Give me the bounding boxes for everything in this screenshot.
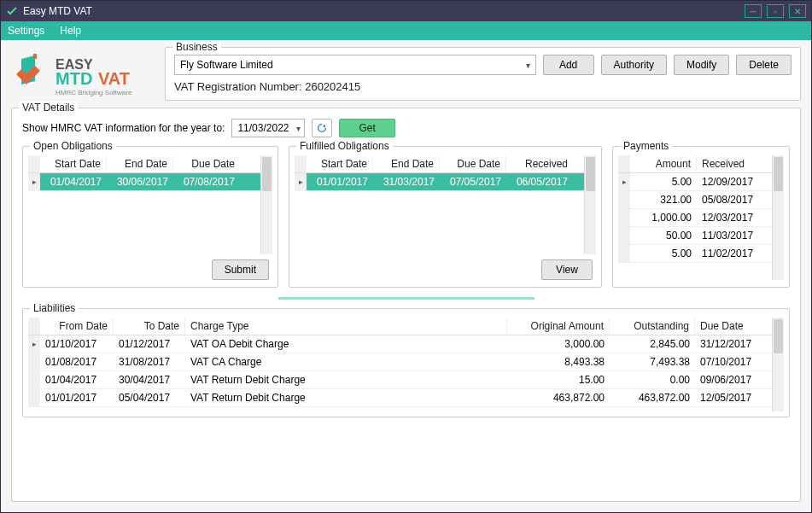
logo-mtd: MTD: [55, 69, 92, 88]
business-group: Business Fly Software Limited ▾ Add Auth…: [165, 47, 801, 101]
add-button[interactable]: Add: [543, 55, 594, 75]
table-row[interactable]: 01/08/201731/08/2017VAT CA Charge8,493.3…: [28, 353, 772, 371]
refresh-button[interactable]: [312, 119, 332, 137]
logo-vat: VAT: [98, 69, 130, 88]
get-button[interactable]: Get: [339, 119, 394, 137]
vat-details-label: VAT Details: [19, 102, 78, 114]
fulfilled-label: Fulfilled Obligations: [296, 140, 393, 152]
cell-recv: 06/05/2017: [506, 173, 573, 190]
cell-due: 09/06/2017: [695, 371, 772, 388]
cell-start: 01/01/2017: [307, 173, 373, 190]
scrollbar[interactable]: [772, 318, 784, 411]
liab-h-charge: Charge Type: [185, 318, 507, 335]
open-obligations-panel: Open Obligations Start Date End Date Due…: [22, 146, 278, 288]
cell-recv: 11/03/2017: [697, 227, 772, 244]
menubar: Settings Help: [1, 21, 811, 40]
payments-h-recv: Received: [697, 155, 772, 172]
cell-amount: 50.00: [630, 227, 697, 244]
cell-amount: 1,000.00: [630, 209, 697, 226]
table-row[interactable]: 1,000.0012/03/2017: [618, 209, 772, 227]
menu-help[interactable]: Help: [60, 25, 81, 37]
cell-to: 01/12/2017: [114, 335, 185, 353]
menu-settings[interactable]: Settings: [8, 25, 44, 37]
payments-grid: Amount Received ▸5.0012/09/2017321.0005/…: [618, 155, 772, 280]
cell-orig: 3,000.00: [507, 335, 610, 353]
cell-from: 01/08/2017: [40, 353, 114, 370]
table-row[interactable]: ▸01/10/201701/12/2017VAT OA Debit Charge…: [28, 335, 772, 353]
liab-h-from: From Date: [40, 318, 114, 335]
payments-h-amount: Amount: [630, 155, 697, 172]
cell-due: 07/08/2017: [173, 173, 240, 190]
cell-to: 30/04/2017: [114, 371, 185, 388]
payments-panel: Payments Amount Received ▸5.0012/09/2017…: [612, 146, 790, 288]
modify-button[interactable]: Modify: [674, 55, 729, 75]
authority-button[interactable]: Authority: [601, 55, 667, 75]
table-row[interactable]: ▸5.0012/09/2017: [618, 173, 772, 191]
cell-out: 7,493.38: [610, 353, 695, 370]
cell-out: 463,872.00: [610, 389, 695, 406]
business-label: Business: [172, 41, 221, 53]
cell-recv: 05/08/2017: [697, 191, 772, 208]
table-row[interactable]: 50.0011/03/2017: [618, 227, 772, 245]
chevron-down-icon: ▾: [526, 61, 530, 70]
refresh-icon: [316, 122, 328, 134]
table-row[interactable]: 321.0005/08/2017: [618, 191, 772, 209]
cell-due: 12/05/2017: [695, 389, 772, 406]
top-row: EASY MTD VAT HMRC Bridging Software Busi…: [11, 47, 801, 101]
table-row[interactable]: 01/01/201705/04/2017VAT Return Debit Cha…: [28, 389, 772, 407]
cell-amount: 5.00: [630, 173, 697, 190]
show-info-text: Show HMRC VAT information for the year t…: [22, 122, 225, 134]
cell-from: 01/04/2017: [40, 371, 114, 388]
cell-recv: 11/02/2017: [697, 245, 772, 262]
business-selected: Fly Software Limited: [180, 59, 273, 71]
fulfilled-h-due: Due Date: [440, 155, 506, 172]
fulfilled-grid: Start Date End Date Due Date Received ▸0…: [295, 155, 584, 254]
scrollbar[interactable]: [260, 155, 272, 254]
svg-rect-0: [33, 54, 37, 59]
submit-button[interactable]: Submit: [212, 259, 269, 280]
cell-recv: 12/09/2017: [697, 173, 772, 190]
scrollbar[interactable]: [772, 155, 784, 280]
open-h-end: End Date: [107, 155, 173, 172]
cell-recv: 12/03/2017: [697, 209, 772, 226]
table-row[interactable]: ▸01/01/201731/03/201707/05/201706/05/201…: [295, 173, 584, 191]
cell-amount: 321.00: [630, 191, 697, 208]
cell-start: 01/04/2017: [40, 173, 107, 190]
fulfilled-h-recv: Received: [506, 155, 573, 172]
cell-orig: 463,872.00: [507, 389, 610, 406]
year-date-select[interactable]: 11/03/2022 ▾: [231, 119, 305, 137]
cell-charge: VAT CA Charge: [185, 353, 507, 370]
table-row[interactable]: 01/04/201730/04/2017VAT Return Debit Cha…: [28, 371, 772, 389]
fulfilled-obligations-panel: Fulfilled Obligations Start Date End Dat…: [289, 146, 602, 288]
business-select[interactable]: Fly Software Limited ▾: [174, 55, 536, 75]
liabilities-grid: From Date To Date Charge Type Original A…: [28, 318, 772, 411]
window-controls: ─ ▫ ✕: [745, 4, 806, 18]
scrollbar[interactable]: [584, 155, 596, 254]
view-button[interactable]: View: [541, 259, 593, 280]
cell-due: 07/10/2017: [695, 353, 772, 370]
cell-charge: VAT Return Debit Charge: [185, 389, 507, 406]
minimize-button[interactable]: ─: [745, 4, 762, 18]
liab-h-due: Due Date: [695, 318, 772, 335]
cell-due: 07/05/2017: [440, 173, 506, 190]
liab-h-out: Outstanding: [610, 318, 695, 335]
cell-end: 31/03/2017: [373, 173, 440, 190]
splitter[interactable]: [22, 296, 790, 300]
liabilities-label: Liabilities: [30, 302, 79, 314]
table-row[interactable]: 5.0011/02/2017: [618, 245, 772, 263]
cell-from: 01/01/2017: [40, 389, 114, 406]
cell-charge: VAT Return Debit Charge: [185, 371, 507, 388]
table-row[interactable]: ▸01/04/201730/06/201707/08/2017: [28, 173, 260, 191]
cell-due: 31/12/2017: [695, 335, 772, 353]
app-icon: [6, 5, 18, 17]
cell-from: 01/10/2017: [40, 335, 114, 353]
cell-out: 0.00: [610, 371, 695, 388]
cell-end: 30/06/2017: [107, 173, 173, 190]
close-button[interactable]: ✕: [789, 4, 806, 18]
titlebar: Easy MTD VAT ─ ▫ ✕: [1, 1, 811, 21]
cell-orig: 8,493.38: [507, 353, 610, 370]
year-row: Show HMRC VAT information for the year t…: [22, 119, 790, 137]
maximize-button[interactable]: ▫: [767, 4, 784, 18]
delete-button[interactable]: Delete: [736, 55, 792, 75]
panels-row: Open Obligations Start Date End Date Due…: [22, 146, 790, 288]
